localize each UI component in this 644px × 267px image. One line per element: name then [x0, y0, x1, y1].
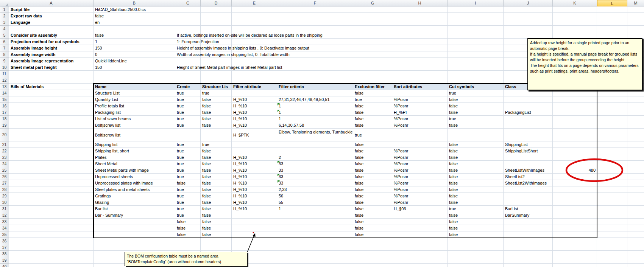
cell-C31[interactable]: true [175, 206, 201, 212]
row-header-10[interactable]: 10 [0, 64, 9, 71]
row-header-21[interactable]: 21 [0, 141, 9, 148]
cell-E26[interactable]: H_%10 [232, 174, 277, 180]
cell-B28[interactable]: Steel plates and metal sheets [94, 186, 175, 193]
cell-F13[interactable]: Filter criteria [277, 84, 353, 90]
cell-F23[interactable]: 2 [277, 154, 353, 161]
row-header-39[interactable]: 39 [0, 257, 9, 264]
cell-A10[interactable]: Sheet metal part height [9, 64, 94, 71]
cell-C27[interactable]: false [175, 180, 201, 186]
column-header-A[interactable]: A [9, 0, 94, 6]
column-header-F[interactable]: F [277, 0, 353, 6]
column-header-B[interactable]: B [94, 0, 175, 6]
cell-I14[interactable]: true [448, 90, 504, 96]
cell-H19[interactable]: %Posnr [392, 122, 448, 129]
cell-H13[interactable]: Sort attributes [392, 84, 448, 90]
cell-E20[interactable]: H_$PTK [232, 129, 277, 141]
cell-G14[interactable]: false [353, 90, 392, 96]
cell-H31[interactable]: H_§03 [392, 206, 448, 212]
cell-G25[interactable]: false [353, 167, 392, 174]
cell-I13[interactable]: Cut symbols [448, 84, 504, 90]
cell-A2[interactable]: Export raw data [9, 13, 94, 19]
cell-G22[interactable]: false [353, 148, 392, 154]
column-header-G[interactable]: G [353, 0, 392, 6]
cell-C7[interactable]: Height of assembly images in shipping li… [175, 45, 201, 51]
cell-H28[interactable]: %Posnr [392, 186, 448, 193]
row-header-1[interactable]: 1 [0, 6, 9, 13]
cell-B8[interactable]: 0 [94, 51, 175, 58]
cell-J31[interactable]: BarList [504, 206, 553, 212]
cell-D19[interactable]: false [201, 122, 232, 129]
cell-E13[interactable]: Filter attribute [232, 84, 277, 90]
cell-F24[interactable]: 33 [277, 161, 353, 167]
row-header-14[interactable]: 14 [0, 90, 9, 96]
cell-F15[interactable]: 27,31,32,46,47,48,49,50,51 [277, 96, 353, 103]
row-header-29[interactable]: 29 [0, 193, 9, 199]
cell-E28[interactable]: H_%10 [232, 186, 277, 193]
comment-note-bom-named-area[interactable]: The BOM configuration table must be a na… [125, 252, 247, 266]
cell-D31[interactable]: false [201, 206, 232, 212]
cell-B5[interactable]: false [94, 32, 175, 39]
row-header-23[interactable]: 23 [0, 154, 9, 161]
column-header-D[interactable]: D [201, 0, 232, 6]
cell-I27[interactable]: false [448, 180, 504, 186]
cell-B3[interactable]: en [94, 19, 175, 26]
cell-F26[interactable]: 33 [277, 174, 353, 180]
cell-I23[interactable]: false [448, 154, 504, 161]
cell-G24[interactable]: false [353, 161, 392, 167]
cell-F28[interactable]: 2,33 [277, 186, 353, 193]
cell-C16[interactable]: true [175, 103, 201, 109]
cell-D32[interactable]: false [201, 212, 232, 219]
cell-F30[interactable]: 55 [277, 199, 353, 206]
cell-G18[interactable]: false [353, 116, 392, 122]
cell-E17[interactable]: H_%10 [232, 109, 277, 116]
cell-D15[interactable]: false [201, 96, 232, 103]
cell-C22[interactable]: true [175, 148, 201, 154]
cell-I16[interactable]: false [448, 103, 504, 109]
cell-I34[interactable]: false [448, 225, 504, 231]
row-header-19[interactable]: 19 [0, 122, 9, 129]
cell-D26[interactable]: false [201, 174, 232, 180]
cell-G16[interactable]: false [353, 103, 392, 109]
cell-J25[interactable]: SheetListWithImages [504, 167, 553, 174]
cell-I22[interactable]: false [448, 148, 504, 154]
cell-D27[interactable]: false [201, 180, 232, 186]
row-header-15[interactable]: 15 [0, 96, 9, 103]
row-header-9[interactable]: 9 [0, 58, 9, 64]
cell-G13[interactable]: Exclusion filter [353, 84, 392, 90]
cell-F19[interactable]: 6,14,30,57,58 [277, 122, 353, 129]
cell-C8[interactable]: Width of assembly images in shipping lis… [175, 51, 201, 58]
cell-C29[interactable]: true [175, 193, 201, 199]
cell-H18[interactable]: %Posnr [392, 116, 448, 122]
cell-B27[interactable]: Unprocessed plates with image [94, 180, 175, 186]
cell-G31[interactable]: false [353, 206, 392, 212]
cell-H16[interactable]: %Posnr [392, 103, 448, 109]
cell-G29[interactable]: false [353, 193, 392, 199]
cell-B16[interactable]: Profile totals list [94, 103, 175, 109]
column-header-K[interactable]: K [553, 0, 597, 6]
row-header-40[interactable]: 40 [0, 264, 9, 267]
cell-C28[interactable]: true [175, 186, 201, 193]
cell-A8[interactable]: Assembly image width [9, 51, 94, 58]
cell-E31[interactable]: H_%10 [232, 206, 277, 212]
cell-D25[interactable]: false [201, 167, 232, 174]
cell-H22[interactable]: %Posnr [392, 148, 448, 154]
cell-H30[interactable]: %Posnr [392, 199, 448, 206]
cell-G27[interactable]: false [353, 180, 392, 186]
row-header-28[interactable]: 28 [0, 186, 9, 193]
cell-B31[interactable]: Bar list [94, 206, 175, 212]
cell-B32[interactable]: Bar - Summary [94, 212, 175, 219]
cell-B7[interactable]: 150 [94, 45, 175, 51]
cell-J21[interactable]: ShippingList [504, 141, 553, 148]
cell-D29[interactable]: false [201, 193, 232, 199]
cell-I35[interactable]: false [448, 231, 504, 238]
cell-C6[interactable]: 1: European Projection [175, 39, 201, 45]
cell-J32[interactable]: BarSummary [504, 212, 553, 219]
cell-C10[interactable]: Height of Sheet Metal part images in She… [175, 64, 201, 71]
cell-H27[interactable]: %Posnr [392, 180, 448, 186]
cell-I24[interactable]: false [448, 161, 504, 167]
cell-I30[interactable]: false [448, 199, 504, 206]
cell-D34[interactable]: false [201, 225, 232, 231]
cell-H17[interactable]: H_%PI [392, 109, 448, 116]
row-header-35[interactable]: 35 [0, 231, 9, 238]
cell-G21[interactable]: false [353, 141, 392, 148]
